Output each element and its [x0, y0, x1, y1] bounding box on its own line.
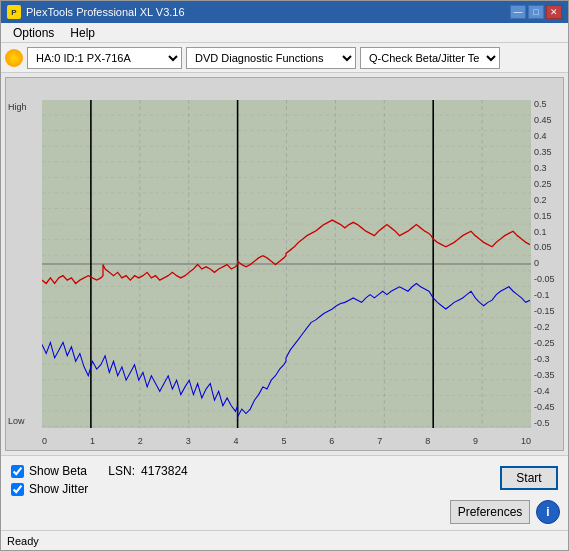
- x-label-7: 7: [377, 436, 382, 446]
- menu-bar: Options Help: [1, 23, 568, 43]
- y-label-11: -0.05: [534, 275, 555, 284]
- show-beta-label: Show Beta: [29, 464, 87, 478]
- show-beta-checkbox[interactable]: [11, 465, 24, 478]
- y-label-4: 0.3: [534, 164, 547, 173]
- test-select[interactable]: Q-Check Beta/Jitter Test: [360, 47, 500, 69]
- x-label-6: 6: [329, 436, 334, 446]
- x-label-4: 4: [234, 436, 239, 446]
- chart-label-high: High: [8, 102, 27, 112]
- y-label-12: -0.1: [534, 291, 550, 300]
- drive-select[interactable]: HA:0 ID:1 PX-716A: [27, 47, 182, 69]
- app-icon: P: [7, 5, 21, 19]
- status-text: Ready: [7, 535, 39, 547]
- y-label-8: 0.1: [534, 228, 547, 237]
- maximize-button[interactable]: □: [528, 5, 544, 19]
- chart-area: High Low 0.5 0.45 0.4 0.35 0.3 0.25 0.2 …: [1, 73, 568, 455]
- show-jitter-label: Show Jitter: [29, 482, 88, 496]
- x-axis: 0 1 2 3 4 5 6 7 8 9 10: [42, 436, 531, 446]
- y-label-19: -0.45: [534, 403, 555, 412]
- y-label-6: 0.2: [534, 196, 547, 205]
- y-label-13: -0.15: [534, 307, 555, 316]
- bottom-panel: Show Beta Show Jitter LSN: 4173824 Start…: [1, 455, 568, 530]
- lsn-area: LSN: 4173824: [88, 464, 187, 478]
- title-buttons: — □ ✕: [510, 5, 562, 19]
- show-jitter-item: Show Jitter: [11, 482, 88, 496]
- drive-icon: [5, 49, 23, 67]
- y-label-14: -0.2: [534, 323, 550, 332]
- y-label-3: 0.35: [534, 148, 552, 157]
- checkbox-group: Show Beta Show Jitter: [11, 464, 88, 496]
- chart-inner: [42, 100, 531, 428]
- x-label-3: 3: [186, 436, 191, 446]
- lsn-label: LSN:: [108, 464, 135, 478]
- y-label-18: -0.4: [534, 387, 550, 396]
- y-label-17: -0.35: [534, 371, 555, 380]
- y-label-15: -0.25: [534, 339, 555, 348]
- x-label-0: 0: [42, 436, 47, 446]
- x-label-1: 1: [90, 436, 95, 446]
- y-axis-right: 0.5 0.45 0.4 0.35 0.3 0.25 0.2 0.15 0.1 …: [531, 100, 563, 428]
- y-label-10: 0: [534, 259, 539, 268]
- chart-container: High Low 0.5 0.45 0.4 0.35 0.3 0.25 0.2 …: [5, 77, 564, 451]
- title-bar: P PlexTools Professional XL V3.16 — □ ✕: [1, 1, 568, 23]
- preferences-button[interactable]: Preferences: [450, 500, 530, 524]
- window-title: PlexTools Professional XL V3.16: [26, 6, 185, 18]
- x-label-2: 2: [138, 436, 143, 446]
- x-label-8: 8: [425, 436, 430, 446]
- function-select[interactable]: DVD Diagnostic Functions: [186, 47, 356, 69]
- x-label-5: 5: [281, 436, 286, 446]
- toolbar: HA:0 ID:1 PX-716A DVD Diagnostic Functio…: [1, 43, 568, 73]
- y-label-1: 0.45: [534, 116, 552, 125]
- minimize-button[interactable]: —: [510, 5, 526, 19]
- y-label-5: 0.25: [534, 180, 552, 189]
- lsn-value: 4173824: [141, 464, 188, 478]
- chart-svg: [42, 100, 531, 428]
- main-window: P PlexTools Professional XL V3.16 — □ ✕ …: [0, 0, 569, 551]
- status-bar: Ready: [1, 530, 568, 550]
- menu-options[interactable]: Options: [5, 24, 62, 42]
- menu-help[interactable]: Help: [62, 24, 103, 42]
- close-button[interactable]: ✕: [546, 5, 562, 19]
- y-label-2: 0.4: [534, 132, 547, 141]
- y-label-7: 0.15: [534, 212, 552, 221]
- info-button[interactable]: i: [536, 500, 560, 524]
- y-label-16: -0.3: [534, 355, 550, 364]
- y-label-20: -0.5: [534, 419, 550, 428]
- start-button[interactable]: Start: [500, 466, 558, 490]
- show-jitter-checkbox[interactable]: [11, 483, 24, 496]
- x-label-10: 10: [521, 436, 531, 446]
- chart-label-low: Low: [8, 416, 25, 426]
- y-label-0: 0.5: [534, 100, 547, 109]
- y-label-9: 0.05: [534, 243, 552, 252]
- title-bar-left: P PlexTools Professional XL V3.16: [7, 5, 185, 19]
- x-label-9: 9: [473, 436, 478, 446]
- show-beta-item: Show Beta: [11, 464, 88, 478]
